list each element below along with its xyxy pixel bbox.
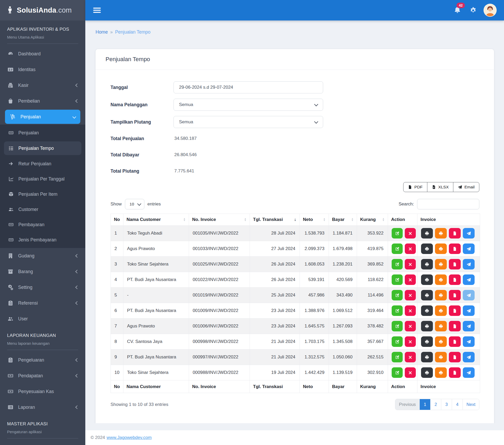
sidebar-item-penjualan[interactable]: Penjualan — [5, 110, 80, 124]
pdf-button[interactable] — [449, 259, 461, 269]
col-header-tgl-transkasi[interactable]: Tgl. Transkasi▲▼ — [250, 214, 300, 226]
piutang-select[interactable]: Semua — [174, 116, 323, 128]
col-header-no-invoice[interactable]: No. Invoice▲▼ — [189, 214, 250, 226]
sidebar-item-setting[interactable]: Setting — [0, 279, 85, 295]
edit-button[interactable] — [392, 243, 403, 254]
send-button[interactable] — [463, 274, 475, 285]
pdf-button[interactable] — [449, 352, 461, 362]
delete-button[interactable]: × — [405, 259, 416, 269]
date-range-input[interactable]: 29-06-2024 s.d 29-07-2024 — [174, 81, 323, 93]
notifications-button[interactable]: 42 — [454, 6, 461, 15]
print-alt-button[interactable] — [435, 243, 447, 254]
pagination-page-3[interactable]: 3 — [441, 399, 452, 410]
delete-button[interactable]: × — [405, 305, 416, 316]
pagination-next[interactable]: Next — [463, 399, 479, 410]
col-header-bayar[interactable]: Bayar▲▼ — [329, 214, 357, 226]
export-xlsx-button[interactable]: XLSX — [427, 182, 454, 192]
print-alt-button[interactable] — [435, 367, 447, 378]
edit-button[interactable] — [392, 321, 403, 331]
pdf-button[interactable] — [449, 321, 461, 331]
send-button[interactable] — [463, 243, 475, 254]
export-email-button[interactable]: Email — [453, 182, 479, 192]
page-size-select[interactable]: 10 — [125, 199, 144, 209]
pagination-previous[interactable]: Previous — [395, 399, 419, 410]
pdf-button[interactable] — [449, 274, 461, 285]
print-button[interactable] — [421, 305, 433, 316]
send-button[interactable] — [463, 228, 475, 239]
menu-toggle-icon[interactable] — [93, 6, 101, 14]
send-button[interactable] — [463, 336, 475, 347]
print-alt-button[interactable] — [435, 290, 447, 300]
sidebar-item-customer[interactable]: Customer — [0, 202, 85, 217]
delete-button[interactable]: × — [405, 274, 416, 285]
print-button[interactable] — [421, 367, 433, 378]
print-button[interactable] — [421, 274, 433, 285]
send-button[interactable] — [463, 305, 475, 316]
footer-link[interactable]: www.Jagowebdev.com — [107, 435, 152, 440]
send-button[interactable] — [463, 321, 475, 331]
col-header-nama-customer[interactable]: Nama Customer▲▼ — [123, 214, 189, 226]
print-alt-button[interactable] — [435, 259, 447, 269]
sidebar-item-penjualan-per-tanggal[interactable]: Penjualan Per Tanggal — [0, 171, 85, 187]
sidebar-item-user[interactable]: User — [0, 311, 85, 327]
delete-button[interactable]: × — [405, 367, 416, 378]
sidebar-item-dashboard[interactable]: Dashboard — [0, 46, 85, 62]
sidebar-item-retur-penjualan[interactable]: Retur Penjualan — [0, 156, 85, 171]
print-alt-button[interactable] — [435, 228, 447, 239]
pdf-button[interactable] — [449, 367, 461, 378]
sidebar-item-pengeluaran[interactable]: Pengeluaran — [0, 352, 85, 368]
print-button[interactable] — [421, 228, 433, 239]
settings-button[interactable] — [469, 7, 477, 14]
sidebar-item-penjualan-per-item[interactable]: Penjualan Per Item — [0, 187, 85, 202]
customer-select[interactable]: Semua — [174, 99, 323, 111]
print-button[interactable] — [421, 259, 433, 269]
sidebar-item-identitas[interactable]: Identitas — [0, 62, 85, 77]
export-pdf-button[interactable]: PDF — [403, 182, 427, 192]
edit-button[interactable] — [392, 274, 403, 285]
pdf-button[interactable] — [449, 290, 461, 300]
edit-button[interactable] — [392, 228, 403, 239]
print-alt-button[interactable] — [435, 305, 447, 316]
delete-button[interactable]: × — [405, 336, 416, 347]
pdf-button[interactable] — [449, 228, 461, 239]
sidebar-item-penjualan[interactable]: Penjualan — [0, 125, 85, 140]
sidebar-item-laporan[interactable]: Laporan — [0, 399, 85, 415]
search-input[interactable] — [417, 199, 479, 209]
print-alt-button[interactable] — [435, 274, 447, 285]
col-header-kurang[interactable]: Kurang▲▼ — [357, 214, 388, 226]
edit-button[interactable] — [392, 259, 403, 269]
breadcrumb-home-link[interactable]: Home — [96, 29, 108, 35]
sidebar-item-referensi[interactable]: Referensi — [0, 295, 85, 311]
print-button[interactable] — [421, 336, 433, 347]
pdf-button[interactable] — [449, 305, 461, 316]
edit-button[interactable] — [392, 305, 403, 316]
sidebar-item-penyesuaian-kas[interactable]: Penyesuaian Kas — [0, 384, 85, 399]
print-alt-button[interactable] — [435, 352, 447, 362]
print-alt-button[interactable] — [435, 336, 447, 347]
delete-button[interactable]: × — [405, 228, 416, 239]
pagination-page-1[interactable]: 1 — [419, 399, 430, 410]
sidebar-item-pembelian[interactable]: Pembelian — [0, 93, 85, 109]
app-logo[interactable]: SolusiAnda.com — [0, 0, 85, 20]
delete-button[interactable]: × — [405, 243, 416, 254]
send-button[interactable] — [463, 352, 475, 362]
print-alt-button[interactable] — [435, 321, 447, 331]
avatar[interactable] — [484, 4, 497, 17]
sidebar-item-pembayaran[interactable]: Pembayaran — [0, 217, 85, 232]
print-button[interactable] — [421, 290, 433, 300]
sidebar-item-pendapatan[interactable]: Pendapatan — [0, 368, 85, 384]
send-button[interactable] — [463, 259, 475, 269]
edit-button[interactable] — [392, 367, 403, 378]
pagination-page-4[interactable]: 4 — [452, 399, 463, 410]
col-header-neto[interactable]: Neto▲▼ — [300, 214, 329, 226]
delete-button[interactable]: × — [405, 352, 416, 362]
edit-button[interactable] — [392, 352, 403, 362]
sidebar-item-kasir[interactable]: Kasir — [0, 77, 85, 93]
pdf-button[interactable] — [449, 336, 461, 347]
sidebar-item-gudang[interactable]: Gudang — [0, 248, 85, 264]
sidebar-item-barang[interactable]: Barang — [0, 264, 85, 279]
pdf-button[interactable] — [449, 243, 461, 254]
sidebar-item-jenis-pembayaran[interactable]: Jenis Pembayaran — [0, 232, 85, 247]
send-button[interactable] — [463, 290, 475, 300]
print-button[interactable] — [421, 321, 433, 331]
